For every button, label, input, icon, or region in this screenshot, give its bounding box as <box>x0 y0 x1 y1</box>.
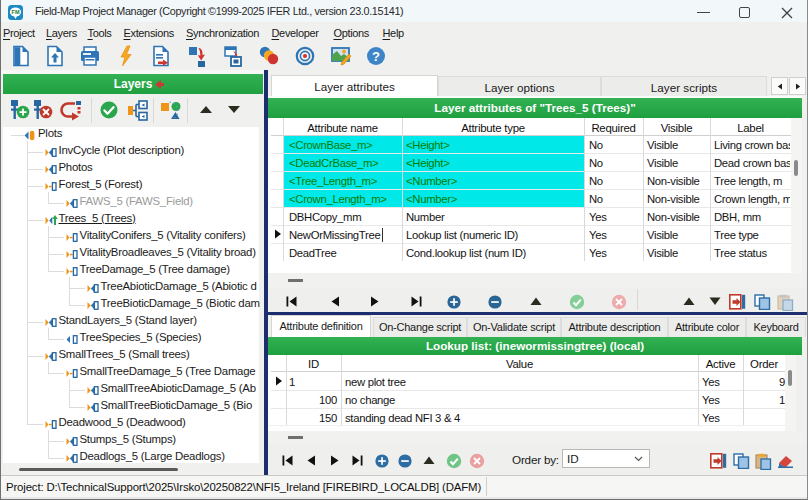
svg-text:?: ? <box>372 49 380 64</box>
svg-text:FM: FM <box>12 9 20 15</box>
